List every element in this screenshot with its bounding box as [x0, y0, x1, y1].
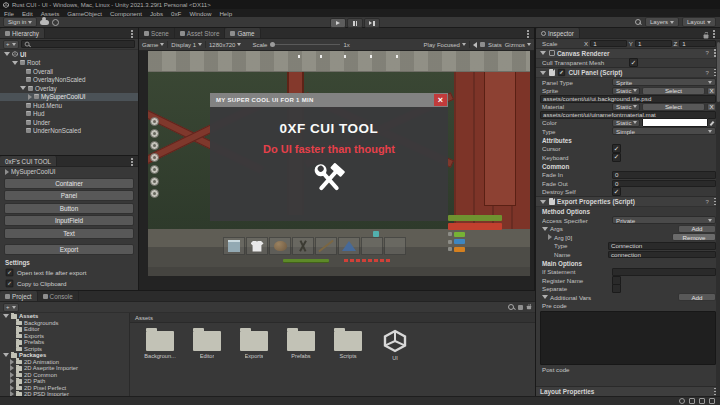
- hierarchy-item[interactable]: Overlay: [0, 84, 138, 93]
- asset-folder[interactable]: Prefabs: [279, 327, 323, 393]
- sprite-select-button[interactable]: Select: [642, 87, 705, 95]
- export-properties-header[interactable]: Export Properties (Script) ?: [536, 196, 720, 207]
- menu-jobs[interactable]: Jobs: [146, 10, 167, 17]
- material-select-button[interactable]: Select: [642, 103, 705, 111]
- checkbox[interactable]: [6, 279, 14, 287]
- export-button[interactable]: Export: [4, 244, 134, 255]
- access-specifier-dropdown[interactable]: Private: [612, 216, 716, 224]
- panel-menu-icon[interactable]: [131, 161, 133, 163]
- fade-in-field[interactable]: 0: [612, 171, 716, 179]
- lock-icon[interactable]: [527, 306, 531, 309]
- search-icon[interactable]: [508, 304, 515, 311]
- hotbar-slot-empty[interactable]: [384, 237, 406, 255]
- panel-menu-icon[interactable]: [131, 33, 133, 35]
- panel-button[interactable]: Panel: [4, 190, 134, 201]
- option-copy-clipboard[interactable]: Copy to Clipboard: [0, 278, 138, 289]
- option-open-text-file[interactable]: Open text file after export: [0, 267, 138, 278]
- play-button[interactable]: [330, 18, 346, 28]
- asset-ui-scene[interactable]: UI: [373, 327, 417, 393]
- foldout-open-icon[interactable]: [542, 295, 548, 299]
- cursor-checkbox[interactable]: [612, 144, 621, 153]
- sprite-clear-button[interactable]: X: [707, 87, 716, 95]
- menu-edit[interactable]: Edit: [18, 10, 37, 17]
- tab-project[interactable]: Project: [0, 291, 38, 301]
- foldout-open-icon[interactable]: [540, 200, 546, 204]
- pause-button[interactable]: [347, 18, 363, 28]
- hotbar-slot-rock[interactable]: [269, 237, 291, 255]
- filter-icon[interactable]: [518, 305, 523, 310]
- help-icon[interactable]: ?: [706, 199, 709, 205]
- material-static-dropdown[interactable]: Static: [612, 103, 640, 111]
- arg-remove-button[interactable]: Remove: [672, 233, 716, 241]
- hierarchy-item[interactable]: UnderNonScaled: [0, 127, 138, 136]
- scale-x-field[interactable]: 1: [590, 40, 627, 48]
- tab-scene[interactable]: Scene: [139, 28, 175, 38]
- hierarchy-item[interactable]: Overall: [0, 67, 138, 76]
- hierarchy-search-input[interactable]: [21, 40, 135, 48]
- panel-menu-icon[interactable]: [527, 33, 529, 35]
- inputfield-button[interactable]: InputField: [4, 215, 134, 226]
- tab-inspector[interactable]: Inspector: [536, 28, 580, 38]
- inspector-scrollbar[interactable]: [716, 40, 720, 396]
- tab-game[interactable]: Game: [225, 28, 260, 38]
- menu-file[interactable]: File: [0, 10, 18, 17]
- game-mode-dropdown[interactable]: Game: [142, 42, 164, 48]
- hierarchy-item[interactable]: Root: [0, 59, 138, 68]
- hotbar-slot-blueprint[interactable]: [223, 237, 245, 255]
- vsync-icon[interactable]: [480, 42, 485, 47]
- hotbar-slot-tent[interactable]: [338, 237, 360, 255]
- foldout-closed-icon[interactable]: [548, 234, 552, 240]
- display-dropdown[interactable]: Display 1: [171, 42, 202, 48]
- resolution-dropdown[interactable]: 1280x720: [209, 42, 241, 48]
- pre-code-textarea[interactable]: [540, 311, 716, 365]
- menu-0xf[interactable]: 0xF: [167, 10, 185, 17]
- foldout-closed-icon[interactable]: [5, 169, 9, 175]
- scale-slider[interactable]: [270, 44, 340, 46]
- foldout-open-icon[interactable]: [4, 52, 10, 56]
- play-focused-dropdown[interactable]: Play Focused: [424, 42, 466, 48]
- foldout-closed-icon[interactable]: [10, 365, 14, 371]
- scale-y-field[interactable]: 1: [635, 40, 672, 48]
- foldout-closed-icon[interactable]: [10, 385, 14, 391]
- button-button[interactable]: Button: [4, 203, 134, 214]
- tab-hierarchy[interactable]: Hierarchy: [0, 28, 45, 38]
- close-button[interactable]: ×: [434, 94, 447, 106]
- hotbar-slot-shirt[interactable]: [246, 237, 268, 255]
- container-button[interactable]: Container: [4, 178, 134, 189]
- fade-out-field[interactable]: 0: [612, 180, 716, 188]
- project-add-button[interactable]: +: [3, 303, 19, 312]
- material-clear-button[interactable]: X: [707, 103, 716, 111]
- foldout-open-icon[interactable]: [540, 71, 546, 75]
- color-static-dropdown[interactable]: Static: [612, 119, 640, 127]
- type-dropdown[interactable]: Simple: [612, 127, 716, 135]
- cull-checkbox[interactable]: [629, 58, 638, 67]
- cui-selected-object[interactable]: MySuperCoolUI: [0, 167, 138, 176]
- separate-checkbox[interactable]: [612, 284, 621, 293]
- menu-component[interactable]: Component: [106, 10, 146, 17]
- tab-asset-store[interactable]: Asset Store: [175, 28, 226, 38]
- canvas-renderer-header[interactable]: Canvas Renderer ?: [536, 48, 720, 59]
- scale-z-field[interactable]: 1: [679, 40, 716, 48]
- gizmos-dropdown[interactable]: Gizmos: [505, 42, 531, 48]
- stats-button[interactable]: Stats: [488, 42, 502, 48]
- hierarchy-item[interactable]: Hud: [0, 110, 138, 119]
- tab-console[interactable]: Console: [38, 291, 79, 301]
- sprite-path-field[interactable]: assets/content/ui/ui.background.tile.psd: [540, 95, 716, 103]
- arg-name-field[interactable]: connection: [608, 251, 716, 259]
- checkbox[interactable]: [6, 268, 14, 276]
- layers-dropdown[interactable]: Layers: [645, 17, 679, 27]
- panel-menu-icon[interactable]: [713, 33, 715, 35]
- component-enabled-checkbox[interactable]: [558, 69, 565, 76]
- lock-icon[interactable]: [704, 34, 709, 38]
- status-icon[interactable]: [709, 398, 715, 404]
- foldout-closed-icon[interactable]: [10, 378, 14, 384]
- foldout-open-icon[interactable]: [542, 227, 548, 231]
- additional-vars-add-button[interactable]: Add: [678, 293, 716, 301]
- menu-help[interactable]: Help: [215, 10, 236, 17]
- services-icon[interactable]: [52, 19, 59, 26]
- hierarchy-item[interactable]: Hud.Menu: [0, 101, 138, 110]
- text-button[interactable]: Text: [4, 228, 134, 239]
- hierarchy-item-selected[interactable]: MySuperCoolUI: [0, 93, 138, 102]
- foldout-closed-icon[interactable]: [10, 372, 14, 378]
- layout-properties-header[interactable]: Layout Properties: [536, 386, 720, 396]
